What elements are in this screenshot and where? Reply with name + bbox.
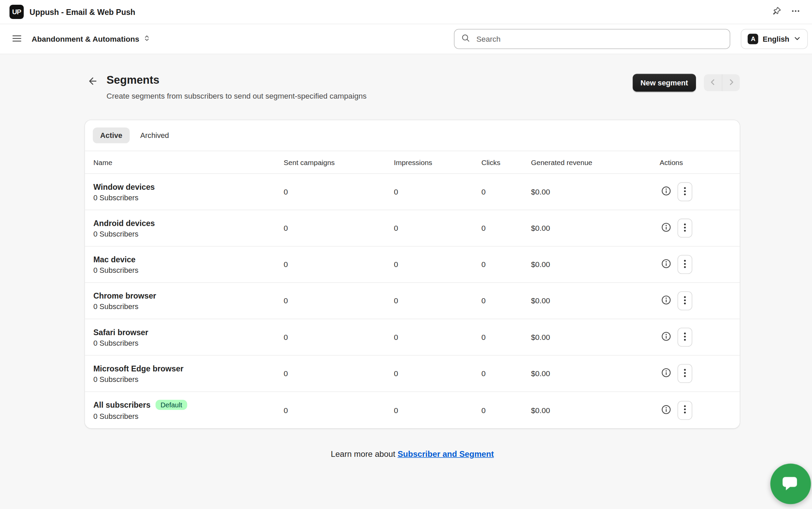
back-arrow-icon — [87, 76, 97, 88]
kebab-icon — [683, 186, 687, 198]
chevron-left-icon — [708, 77, 718, 88]
info-button[interactable] — [660, 330, 673, 345]
chat-bubble-icon — [779, 472, 801, 496]
table-row: All subscribers Default 0 Subscribers 0 … — [85, 392, 740, 428]
info-icon — [661, 222, 672, 234]
tabs: Active Archived — [85, 120, 740, 150]
segment-name: Android devices — [93, 218, 155, 227]
segment-name: Chrome browser — [93, 291, 156, 300]
main-content: Segments Create segments from subscriber… — [85, 54, 740, 459]
language-icon: A — [748, 34, 758, 44]
info-button[interactable] — [660, 366, 673, 381]
column-header-generated-revenue: Generated revenue — [531, 158, 659, 166]
chevron-down-icon — [794, 35, 801, 43]
kebab-icon — [683, 222, 687, 234]
tab-archived[interactable]: Archived — [133, 127, 176, 143]
page-header: Segments Create segments from subscriber… — [85, 73, 740, 100]
overflow-menu-icon — [791, 6, 800, 18]
app-identity: UP Uppush - Email & Web Push — [9, 5, 135, 19]
tab-active[interactable]: Active — [93, 127, 130, 143]
chat-widget-button[interactable] — [770, 464, 811, 504]
search-icon — [461, 33, 470, 45]
info-icon — [661, 258, 672, 271]
pin-app-button[interactable] — [770, 4, 784, 19]
new-segment-button[interactable]: New segment — [633, 74, 696, 92]
row-actions — [660, 401, 731, 420]
prev-page-button[interactable] — [704, 74, 722, 91]
language-selector[interactable]: A English — [741, 29, 808, 49]
revenue-value: $0.00 — [531, 369, 659, 378]
info-button[interactable] — [660, 403, 673, 418]
row-menu-button[interactable] — [678, 401, 693, 420]
segment-name-cell: Microsoft Edge browser 0 Subscribers — [93, 364, 284, 383]
hamburger-icon — [12, 33, 22, 45]
column-header-clicks: Clicks — [481, 158, 531, 166]
subscriber-segment-link[interactable]: Subscriber and Segment — [398, 449, 494, 458]
info-button[interactable] — [660, 257, 673, 272]
row-menu-button[interactable] — [678, 255, 693, 274]
column-header-sent-campaigns: Sent campaigns — [284, 158, 394, 166]
segment-name-cell: Chrome browser 0 Subscribers — [93, 291, 284, 311]
row-menu-button[interactable] — [678, 364, 693, 383]
up-down-chevron-icon — [143, 35, 150, 43]
clicks-value: 0 — [481, 260, 531, 269]
sent-campaigns-value: 0 — [284, 297, 394, 305]
info-button[interactable] — [660, 293, 673, 308]
impressions-value: 0 — [394, 297, 481, 305]
app-titlebar: UP Uppush - Email & Web Push — [0, 0, 812, 24]
table-row: Safari browser 0 Subscribers 0 0 0 $0.00 — [85, 319, 740, 355]
sent-campaigns-value: 0 — [284, 224, 394, 232]
sent-campaigns-value: 0 — [284, 187, 394, 196]
segment-name: Window devices — [93, 182, 155, 191]
row-actions — [660, 364, 731, 383]
overflow-menu-button[interactable] — [789, 4, 803, 19]
segment-subscribers: 0 Subscribers — [93, 339, 284, 347]
segment-subscribers: 0 Subscribers — [93, 193, 284, 202]
info-icon — [661, 331, 672, 343]
row-menu-button[interactable] — [678, 219, 693, 238]
info-button[interactable] — [660, 221, 673, 236]
clicks-value: 0 — [481, 297, 531, 305]
revenue-value: $0.00 — [531, 297, 659, 305]
default-badge: Default — [156, 400, 187, 410]
table-header: Name Sent campaigns Impressions Clicks G… — [85, 151, 740, 174]
clicks-value: 0 — [481, 369, 531, 378]
table-row: Mac device 0 Subscribers 0 0 0 $0.00 — [85, 247, 740, 283]
segment-subscribers: 0 Subscribers — [93, 302, 284, 311]
app-title: Uppush - Email & Web Push — [30, 7, 135, 16]
kebab-icon — [683, 331, 687, 343]
row-menu-button[interactable] — [678, 182, 693, 201]
column-header-actions: Actions — [660, 158, 731, 166]
table-row: Microsoft Edge browser 0 Subscribers 0 0… — [85, 355, 740, 392]
segment-subscribers: 0 Subscribers — [93, 229, 284, 238]
row-menu-button[interactable] — [678, 291, 693, 310]
impressions-value: 0 — [394, 260, 481, 269]
segment-name: All subscribers — [93, 400, 150, 409]
next-page-button[interactable] — [722, 74, 740, 91]
impressions-value: 0 — [394, 333, 481, 341]
kebab-icon — [683, 367, 687, 380]
segment-name: Mac device — [93, 255, 135, 264]
pagination — [704, 74, 740, 91]
nav-menu-button[interactable] — [8, 30, 25, 48]
column-header-impressions: Impressions — [394, 158, 481, 166]
sent-campaigns-value: 0 — [284, 369, 394, 378]
kebab-icon — [683, 404, 687, 416]
revenue-value: $0.00 — [531, 333, 659, 341]
info-button[interactable] — [660, 184, 673, 199]
revenue-value: $0.00 — [531, 406, 659, 414]
row-actions — [660, 328, 731, 347]
nav-section-selector[interactable]: Abandonment & Automations — [31, 33, 151, 45]
row-menu-button[interactable] — [678, 328, 693, 347]
language-label: English — [762, 35, 789, 43]
segment-name-cell: Mac device 0 Subscribers — [93, 255, 284, 274]
topbar-left: Abandonment & Automations — [8, 30, 151, 48]
back-button[interactable] — [85, 74, 100, 90]
info-icon — [661, 294, 672, 307]
learn-more-text: Learn more about — [331, 449, 395, 458]
search-box[interactable] — [454, 29, 731, 49]
impressions-value: 0 — [394, 406, 481, 414]
page-header-actions: New segment — [633, 74, 740, 92]
search-input[interactable] — [475, 34, 723, 44]
impressions-value: 0 — [394, 224, 481, 232]
